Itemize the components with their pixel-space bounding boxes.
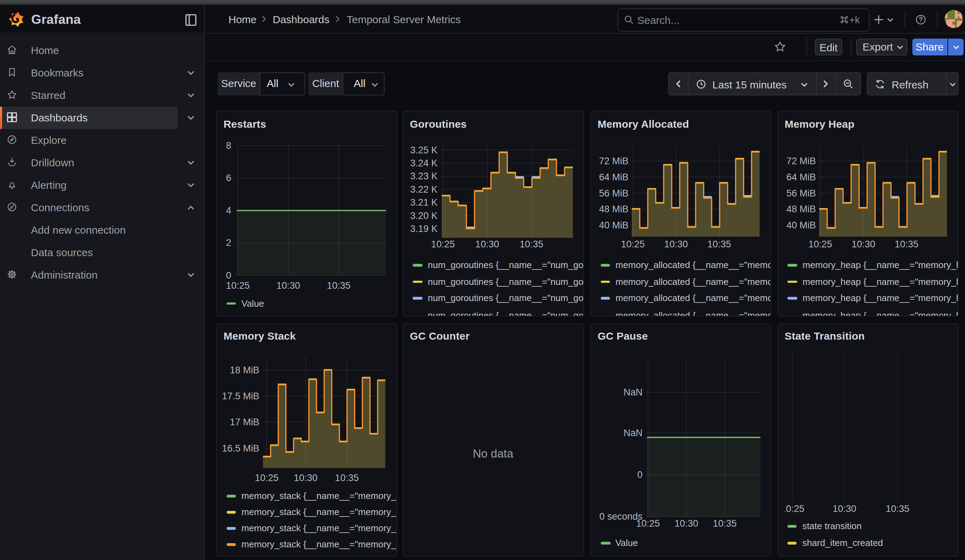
svg-text:2: 2: [226, 238, 231, 248]
svg-text:10:35: 10:35: [895, 239, 918, 250]
svg-text:72 MiB: 72 MiB: [786, 156, 816, 166]
svg-text:10:25: 10:25: [226, 280, 250, 291]
svg-text:10:30: 10:30: [475, 239, 499, 250]
svg-text:64 MiB: 64 MiB: [599, 172, 628, 183]
svg-text:10:35: 10:35: [519, 239, 543, 250]
svg-text:48 MiB: 48 MiB: [786, 204, 816, 214]
svg-text:NaN: NaN: [623, 387, 643, 397]
svg-text:0: 0: [226, 270, 231, 281]
svg-text:10:35: 10:35: [885, 503, 909, 514]
svg-text:NaN: NaN: [623, 427, 643, 438]
svg-text:72 MiB: 72 MiB: [599, 156, 628, 166]
svg-text:10:25: 10:25: [636, 518, 660, 528]
svg-text:56 MiB: 56 MiB: [599, 188, 628, 199]
svg-text:10:35: 10:35: [327, 280, 350, 291]
svg-text:10:35: 10:35: [335, 472, 359, 483]
svg-text:40 MiB: 40 MiB: [786, 220, 816, 230]
svg-text:0: 0: [637, 469, 643, 480]
svg-text:48 MiB: 48 MiB: [599, 204, 628, 214]
svg-text:6: 6: [226, 173, 231, 183]
svg-text:40 MiB: 40 MiB: [599, 220, 628, 230]
svg-text:10:25: 10:25: [780, 503, 804, 514]
svg-text:3.24 K: 3.24 K: [410, 158, 437, 168]
svg-text:10:30: 10:30: [664, 239, 688, 250]
svg-text:17 MiB: 17 MiB: [230, 416, 259, 427]
svg-text:3.19 K: 3.19 K: [410, 224, 437, 234]
svg-text:10:30: 10:30: [276, 280, 300, 291]
svg-text:10:25: 10:25: [430, 239, 455, 250]
svg-text:64 MiB: 64 MiB: [786, 172, 816, 183]
svg-text:4: 4: [226, 205, 231, 216]
svg-text:3.23 K: 3.23 K: [410, 171, 437, 181]
svg-text:3.25 K: 3.25 K: [410, 145, 437, 155]
svg-text:10:30: 10:30: [851, 239, 875, 250]
svg-text:10:35: 10:35: [713, 518, 737, 528]
svg-text:16.5 MiB: 16.5 MiB: [222, 443, 259, 453]
svg-text:3.20 K: 3.20 K: [410, 211, 437, 221]
svg-text:3.22 K: 3.22 K: [410, 184, 437, 195]
svg-text:56 MiB: 56 MiB: [786, 188, 816, 199]
svg-text:17.5 MiB: 17.5 MiB: [222, 390, 259, 401]
svg-text:18 MiB: 18 MiB: [230, 364, 259, 375]
svg-text:10:25: 10:25: [621, 239, 645, 250]
svg-text:10:30: 10:30: [294, 472, 317, 483]
svg-text:8: 8: [226, 140, 231, 151]
svg-text:10:30: 10:30: [833, 503, 856, 514]
svg-text:3.21 K: 3.21 K: [410, 197, 437, 208]
svg-text:10:30: 10:30: [674, 518, 698, 528]
svg-text:10:25: 10:25: [255, 472, 279, 483]
svg-text:10:35: 10:35: [707, 239, 731, 250]
svg-text:10:25: 10:25: [808, 239, 832, 250]
